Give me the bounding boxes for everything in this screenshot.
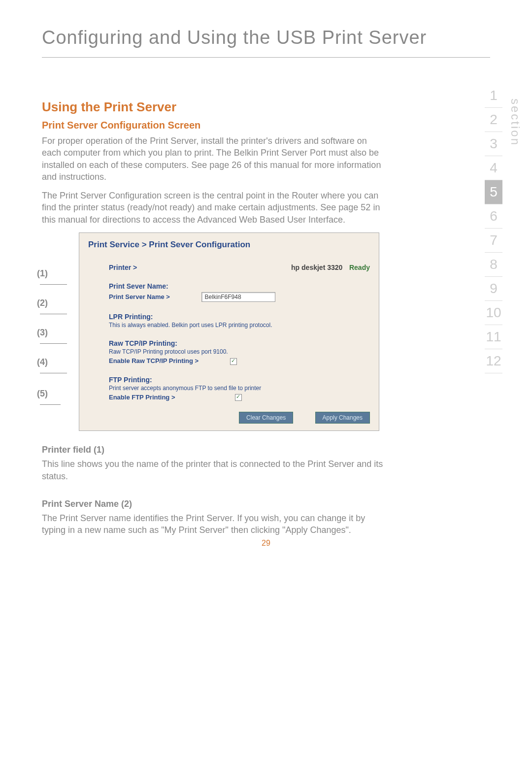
section-label: section xyxy=(508,99,522,146)
printer-field-heading: Printer field (1) xyxy=(42,445,387,455)
printer-status: Ready xyxy=(349,264,370,271)
printer-row: Printer > hp deskjet 3320 Ready xyxy=(88,264,370,271)
heading-config-screen: Print Server Configuration Screen xyxy=(42,120,387,131)
nav-1[interactable]: 1 xyxy=(485,84,502,108)
ftp-enable-checkbox[interactable] xyxy=(235,394,242,401)
nav-12[interactable]: 12 xyxy=(485,349,502,373)
para-2: The Print Server Configuration screen is… xyxy=(42,190,387,226)
nav-8[interactable]: 8 xyxy=(485,253,502,277)
page-number: 29 xyxy=(262,539,270,548)
lpr-heading: LPR Printing: xyxy=(109,313,370,321)
print-server-name-label: Print Server Name > xyxy=(109,293,170,300)
lpr-desc: This is always enabled. Belkin port uses… xyxy=(109,322,370,329)
callout-3: (3) xyxy=(37,328,67,348)
server-name-heading: Print Server Name (2) xyxy=(42,499,387,509)
callout-2: (2) xyxy=(37,298,67,319)
page-title: Configuring and Using the USB Print Serv… xyxy=(42,27,490,58)
print-server-name-input[interactable]: BelkinF6F948 xyxy=(201,292,275,302)
section-nav: 1 2 3 4 5 6 7 8 9 10 11 12 xyxy=(468,84,502,373)
nav-3[interactable]: 3 xyxy=(485,132,502,156)
ftp-desc: Print server accepts anonymous FTP to se… xyxy=(109,385,370,392)
lpr-row: LPR Printing: This is always enabled. Be… xyxy=(88,313,370,329)
callout-4: (4) xyxy=(37,357,67,378)
nav-2[interactable]: 2 xyxy=(485,108,502,132)
heading-using-print-server: Using the Print Server xyxy=(42,99,387,115)
printer-field-para: This line shows you the name of the prin… xyxy=(42,458,387,482)
nav-7[interactable]: 7 xyxy=(485,229,502,253)
raw-enable-label: Enable Raw TCP/IP Printing > xyxy=(109,357,199,364)
nav-9[interactable]: 9 xyxy=(485,277,502,301)
clear-changes-button[interactable]: Clear Changes xyxy=(239,412,293,424)
ftp-heading: FTP Printing: xyxy=(109,376,370,384)
raw-enable-checkbox[interactable] xyxy=(230,358,237,365)
raw-desc: Raw TCP/IP Printing protocol uses port 9… xyxy=(109,348,370,355)
server-name-para: The Print Server name identifies the Pri… xyxy=(42,512,387,536)
raw-row: Raw TCP/IP Printing: Raw TCP/IP Printing… xyxy=(88,339,370,365)
para-1: For proper operation of the Print Server… xyxy=(42,135,387,183)
printer-label: Printer > xyxy=(109,264,137,271)
nav-11[interactable]: 11 xyxy=(485,325,502,349)
printer-name-value: hp deskjet 3320 xyxy=(291,264,342,271)
print-server-name-heading: Print Sever Name: xyxy=(109,282,370,290)
nav-10[interactable]: 10 xyxy=(485,301,502,325)
nav-6[interactable]: 6 xyxy=(485,204,502,229)
config-screenshot: Print Service > Print Sever Configuratio… xyxy=(79,232,379,431)
config-screenshot-area: (1) (2) (3) (4) (5) Print Service > Prin… xyxy=(42,232,387,431)
callout-1: (1) xyxy=(37,268,67,289)
raw-heading: Raw TCP/IP Printing: xyxy=(109,339,370,347)
apply-changes-button[interactable]: Apply Changes xyxy=(315,412,370,424)
callout-5: (5) xyxy=(37,389,61,409)
ftp-enable-label: Enable FTP Printing > xyxy=(109,394,175,401)
ftp-row: FTP Printing: Print server accepts anony… xyxy=(88,376,370,401)
print-server-name-row: Print Sever Name: Print Server Name > Be… xyxy=(88,282,370,302)
nav-4[interactable]: 4 xyxy=(485,156,502,180)
nav-5[interactable]: 5 xyxy=(485,180,502,204)
screenshot-title: Print Service > Print Sever Configuratio… xyxy=(88,240,370,250)
